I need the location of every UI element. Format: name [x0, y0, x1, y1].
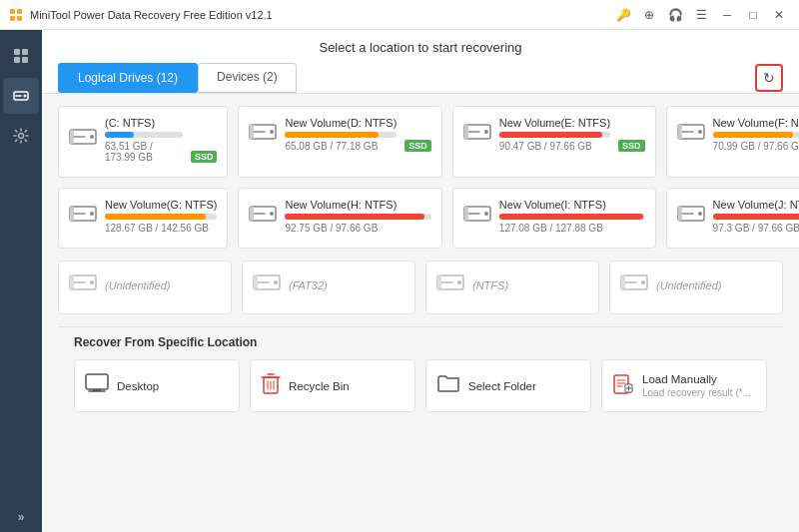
drives-area: (C: NTFS) 63.51 GB / 173.99 GB SSD — [42, 94, 799, 532]
svg-rect-23 — [464, 125, 468, 139]
sidebar-item-settings[interactable] — [3, 118, 39, 154]
drive-icon — [69, 126, 97, 154]
drive-card[interactable]: New Volume(H: NTFS) 92.75 GB / 97.66 GB — [238, 188, 441, 249]
drive-icon — [69, 271, 97, 299]
drive-card[interactable]: New Volume(E: NTFS) 90.47 GB / 97.66 GB … — [452, 106, 656, 178]
drive-name: New Volume(G: NTFS) — [105, 199, 217, 211]
specific-card-icon — [85, 373, 109, 398]
svg-rect-60 — [86, 374, 108, 389]
app-title: MiniTool Power Data Recovery Free Editio… — [30, 9, 611, 21]
tab-devices[interactable]: Devices (2) — [198, 63, 297, 93]
svg-rect-27 — [678, 125, 682, 139]
drive-badge: SSD — [404, 140, 431, 152]
specific-card-text: Load Manually Load recovery result (*... — [642, 373, 756, 398]
svg-point-37 — [484, 212, 488, 216]
drive-name: (Unidentified) — [105, 279, 221, 291]
drive-bar-bg — [713, 132, 799, 138]
tabs: Logical Drives (12) Devices (2) — [58, 63, 297, 93]
help-icon-btn[interactable]: ⊕ — [637, 3, 661, 27]
drive-card[interactable]: (FAT32) — [242, 261, 415, 314]
svg-rect-7 — [22, 57, 28, 63]
sidebar-expand-btn[interactable]: » — [18, 510, 25, 524]
sidebar: » — [0, 30, 42, 532]
svg-rect-5 — [22, 49, 28, 55]
specific-location-card[interactable]: Recycle Bin — [250, 359, 415, 412]
drive-icon — [463, 203, 491, 231]
drive-info: (Unidentified) — [656, 279, 772, 291]
specific-location-card[interactable]: Desktop — [74, 359, 240, 412]
drive-icon — [620, 271, 648, 299]
sidebar-item-home[interactable] — [3, 38, 39, 74]
specific-location-card[interactable]: Select Folder — [425, 359, 591, 412]
drive-icon — [253, 271, 281, 299]
drive-bar-fill — [285, 214, 423, 220]
specific-card-icon — [436, 373, 460, 398]
specific-card-sublabel: Load recovery result (*... — [642, 387, 756, 398]
svg-rect-39 — [464, 207, 468, 221]
maximize-button[interactable]: □ — [741, 3, 765, 27]
svg-point-13 — [90, 135, 94, 139]
load-manually-icon — [612, 372, 634, 394]
support-icon-btn[interactable]: 🎧 — [663, 3, 687, 27]
specific-card-text: Recycle Bin — [289, 380, 404, 392]
drive-icon — [677, 121, 705, 149]
drive-badge: SSD — [618, 140, 645, 152]
drive-info: (C: NTFS) 63.51 GB / 173.99 GB — [105, 117, 183, 163]
drive-icon — [249, 121, 277, 149]
svg-rect-6 — [14, 57, 20, 63]
minimize-button[interactable]: ─ — [715, 3, 739, 27]
drive-card[interactable]: New Volume(J: NTFS) 97.3 GB / 97.66 GB — [666, 188, 799, 249]
drive-card[interactable]: New Volume(G: NTFS) 128.67 GB / 142.56 G… — [58, 188, 228, 249]
drive-card[interactable]: (Unidentified) — [58, 261, 232, 314]
svg-rect-35 — [250, 207, 254, 221]
main-content: Select a location to start recovering Lo… — [42, 30, 799, 532]
drive-card[interactable]: New Volume(I: NTFS) 127.08 GB / 127.88 G… — [452, 188, 656, 249]
drive-icon — [436, 271, 464, 299]
drive-bar-fill — [499, 214, 643, 220]
drive-card[interactable]: (C: NTFS) 63.51 GB / 173.99 GB SSD — [58, 106, 228, 178]
drives-grid-top: (C: NTFS) 63.51 GB / 173.99 GB SSD — [58, 106, 783, 249]
drive-bar-fill — [499, 132, 602, 138]
svg-point-21 — [484, 130, 488, 134]
refresh-button[interactable]: ↻ — [755, 64, 783, 92]
specific-card-label: Desktop — [117, 380, 229, 392]
drive-size: 63.51 GB / 173.99 GB — [105, 141, 183, 163]
tab-logical-drives[interactable]: Logical Drives (12) — [58, 63, 198, 93]
svg-point-49 — [274, 280, 278, 284]
drive-name: New Volume(I: NTFS) — [499, 199, 645, 211]
recycle-bin-icon — [261, 372, 281, 394]
drive-size: 90.47 GB / 97.66 GB — [499, 141, 610, 152]
specific-section: Recover From Specific Location Desktop R… — [58, 335, 783, 422]
specific-location-card[interactable]: Load Manually Load recovery result (*... — [601, 359, 767, 412]
drive-name: (NTFS) — [472, 279, 588, 291]
drive-info: (Unidentified) — [105, 279, 221, 291]
svg-point-53 — [457, 280, 461, 284]
drive-icon — [69, 203, 97, 231]
close-button[interactable]: ✕ — [767, 3, 791, 27]
drive-card[interactable]: New Volume(D: NTFS) 65.08 GB / 77.18 GB … — [238, 106, 441, 178]
svg-point-57 — [641, 280, 645, 284]
sidebar-item-drives[interactable] — [3, 78, 39, 114]
app-icon — [8, 7, 24, 23]
drive-icon — [463, 121, 491, 149]
drive-name: New Volume(J: NTFS) — [713, 199, 799, 211]
drive-info: New Volume(F: NTFS) 70.99 GB / 97.66 GB — [713, 117, 799, 152]
drive-icon — [249, 203, 277, 231]
drive-size: 127.08 GB / 127.88 GB — [499, 223, 645, 234]
svg-rect-59 — [621, 275, 625, 289]
tabs-row: Logical Drives (12) Devices (2) ↻ — [58, 63, 783, 93]
key-icon-btn[interactable]: 🔑 — [611, 3, 635, 27]
drive-card[interactable]: (NTFS) — [425, 261, 599, 314]
title-bar: MiniTool Power Data Recovery Free Editio… — [0, 0, 799, 30]
menu-icon-btn[interactable]: ☰ — [689, 3, 713, 27]
drive-card[interactable]: (Unidentified) — [609, 261, 783, 314]
drive-bar-bg — [499, 132, 610, 138]
drive-bar-bg — [713, 214, 799, 220]
specific-card-text: Select Folder — [468, 380, 580, 392]
drive-size: 70.99 GB / 97.66 GB — [713, 141, 799, 152]
drive-info: New Volume(I: NTFS) 127.08 GB / 127.88 G… — [499, 199, 645, 234]
drive-card[interactable]: New Volume(F: NTFS) 70.99 GB / 97.66 GB … — [666, 106, 799, 178]
specific-card-icon — [261, 372, 281, 399]
content-header: Select a location to start recovering Lo… — [42, 30, 799, 94]
specific-section-title: Recover From Specific Location — [74, 335, 767, 349]
